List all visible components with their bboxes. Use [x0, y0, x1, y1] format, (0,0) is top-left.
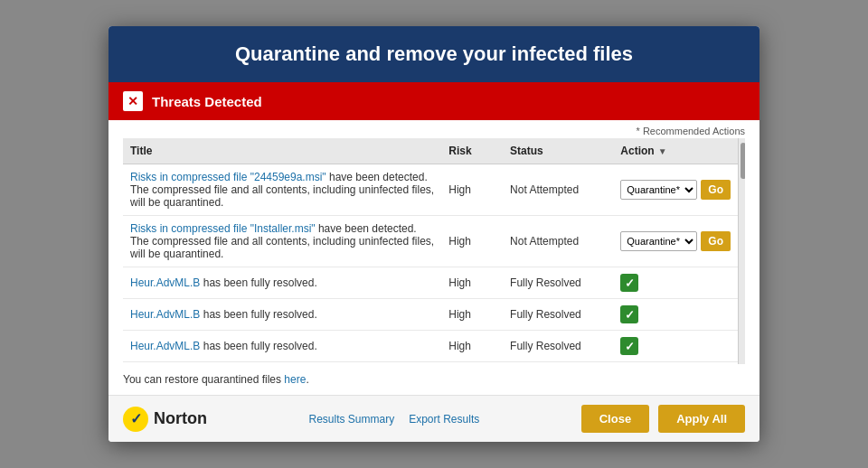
table-wrapper: Title Risk Status Action ▼ [123, 138, 745, 364]
norton-logo-text: Norton [154, 409, 207, 428]
restore-prefix: You can restore quarantined files [123, 373, 284, 386]
close-button[interactable]: Close [581, 405, 649, 433]
row5-title: Heur.AdvML.B has been fully resolved. [123, 331, 441, 362]
col-risk-header: Risk [441, 138, 503, 164]
row1-action-select[interactable]: Quarantine* Remove Ignore [620, 180, 697, 200]
row1-action: Quarantine* Remove Ignore Go [613, 164, 738, 216]
row1-go-button[interactable]: Go [701, 180, 731, 200]
action-header-content: Action ▼ [620, 145, 731, 157]
row3-title: Heur.AdvML.B has been fully resolved. [123, 267, 441, 299]
row2-filename: Installer.msi [254, 222, 311, 235]
row5-risk: High [441, 331, 503, 362]
scrollbar-track[interactable] [738, 138, 745, 364]
row2-action-select[interactable]: Quarantine* Remove Ignore [620, 231, 697, 251]
action-dropdown-arrow: ▼ [658, 146, 667, 156]
row3-action: ✓ [613, 267, 738, 299]
col-title-header: Title [123, 138, 441, 164]
table-row: Risks in compressed file "24459e9a.msi" … [123, 164, 738, 216]
table-row: Heur.AdvML.B has been fully resolved. Hi… [123, 267, 738, 299]
title-text: Quarantine and remove your infected file… [235, 42, 633, 65]
table-inner: Title Risk Status Action ▼ [123, 138, 738, 364]
row3-status: Fully Resolved [503, 267, 613, 299]
row2-go-button[interactable]: Go [701, 231, 731, 251]
x-icon: ✕ [123, 91, 143, 111]
recommended-label: * Recommended Actions [123, 120, 745, 138]
footer-links: Results Summary Export Results [207, 413, 581, 426]
row4-action: ✓ [613, 299, 738, 331]
row2-action-cell: Quarantine* Remove Ignore Go [620, 231, 731, 251]
col-status-header: Status [503, 138, 613, 164]
table-row: Heur.AdvML.B has been fully resolved. Hi… [123, 362, 738, 365]
norton-logo: ✓ Norton [123, 407, 207, 432]
results-summary-link[interactable]: Results Summary [309, 413, 395, 426]
threats-table: Title Risk Status Action ▼ [123, 138, 738, 364]
table-container: * Recommended Actions Title Risk Status … [108, 120, 760, 364]
row1-risk: High [441, 164, 503, 216]
row2-action: Quarantine* Remove Ignore Go [613, 216, 738, 267]
col-action-header: Action ▼ [613, 138, 738, 164]
export-results-link[interactable]: Export Results [409, 413, 479, 426]
row3-risk: High [441, 267, 503, 299]
table-header-row: Title Risk Status Action ▼ [123, 138, 738, 164]
restore-period: . [306, 373, 308, 386]
row5-threat-link[interactable]: Heur.AdvML.B [130, 340, 200, 352]
row5-status: Fully Resolved [503, 331, 613, 362]
table-row: Heur.AdvML.B has been fully resolved. Hi… [123, 331, 738, 362]
row2-status: Not Attempted [503, 216, 613, 267]
threats-label: Threats Detected [152, 94, 262, 109]
row2-risk: High [441, 216, 503, 267]
scrollbar-thumb[interactable] [741, 143, 745, 179]
row1-status: Not Attempted [503, 164, 613, 216]
row6-status: Fully Resolved [503, 362, 613, 365]
row2-title: Risks in compressed file "Installer.msi"… [123, 216, 441, 267]
row4-risk: High [441, 299, 503, 331]
row3-threat-link[interactable]: Heur.AdvML.B [130, 276, 200, 289]
row3-check-icon: ✓ [620, 274, 638, 292]
footer: ✓ Norton Results Summary Export Results … [108, 395, 760, 442]
row5-check-icon: ✓ [620, 337, 638, 355]
row2-filename-link[interactable]: Risks in compressed file "Installer.msi" [130, 222, 316, 235]
quarantine-dialog: Quarantine and remove your infected file… [108, 26, 760, 442]
threats-bar: ✕ Threats Detected [108, 82, 760, 120]
row4-status: Fully Resolved [503, 299, 613, 331]
row4-title: Heur.AdvML.B has been fully resolved. [123, 299, 441, 331]
row1-title: Risks in compressed file "24459e9a.msi" … [123, 164, 441, 216]
apply-all-button[interactable]: Apply All [658, 405, 745, 433]
row5-action: ✓ [613, 331, 738, 362]
row1-filename-link[interactable]: Risks in compressed file "24459e9a.msi" [130, 171, 326, 183]
row1-action-cell: Quarantine* Remove Ignore Go [620, 180, 731, 200]
footer-buttons: Close Apply All [581, 405, 745, 433]
dialog-title: Quarantine and remove your infected file… [108, 26, 760, 82]
table-row: Risks in compressed file "Installer.msi"… [123, 216, 738, 267]
row6-title: Heur.AdvML.B has been fully resolved. [123, 362, 441, 365]
row6-action: ✓ [613, 362, 738, 365]
table-row: Heur.AdvML.B has been fully resolved. Hi… [123, 299, 738, 331]
restore-here-link[interactable]: here [284, 373, 306, 386]
restore-text: You can restore quarantined files here. [108, 364, 760, 395]
row4-check-icon: ✓ [620, 305, 638, 323]
row6-risk: High [441, 362, 503, 365]
row1-filename: 24459e9a.msi [254, 171, 322, 183]
norton-check-icon: ✓ [123, 407, 148, 432]
row4-threat-link[interactable]: Heur.AdvML.B [130, 308, 200, 321]
